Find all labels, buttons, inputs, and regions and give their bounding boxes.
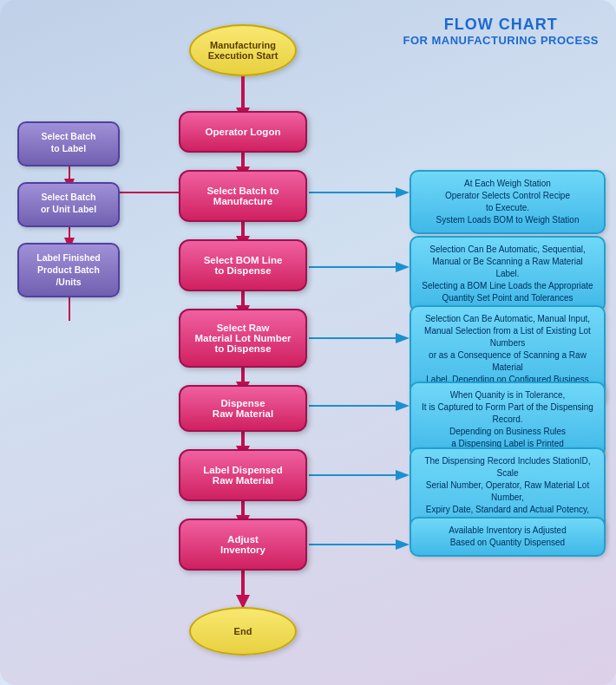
svg-marker-17 bbox=[396, 187, 410, 198]
select-batch-box: Select Batch toManufacture bbox=[179, 170, 307, 222]
main-container: FLOW CHART FOR MANUFACTURING PROCESS Man… bbox=[0, 0, 616, 685]
info-bom-box: Selection Can Be Automatic, Sequential,M… bbox=[410, 236, 606, 312]
operator-logon-box: Operator Logon bbox=[179, 111, 307, 153]
svg-marker-25 bbox=[396, 470, 410, 480]
end-oval: End bbox=[189, 607, 297, 656]
label-box: Label DispensedRaw Material bbox=[179, 449, 307, 501]
svg-marker-19 bbox=[396, 262, 410, 272]
select-bom-box: Select BOM Lineto Dispense bbox=[179, 239, 307, 291]
dispense-box: DispenseRaw Material bbox=[179, 385, 307, 432]
select-rm-box: Select RawMaterial Lot Numberto Dispense bbox=[179, 309, 307, 368]
svg-marker-21 bbox=[396, 333, 410, 343]
svg-marker-23 bbox=[396, 401, 410, 411]
left-select-unit-label: Select Batchor Unit Label bbox=[17, 182, 120, 227]
info-dispense-box: When Quanity is in Tolerance,It is Captu… bbox=[410, 382, 606, 458]
title-line1: FLOW CHART bbox=[403, 16, 599, 34]
adjust-box: AdjustInventory bbox=[179, 519, 307, 571]
info-adjust-box: Available Inventory is AdjustedBased on … bbox=[410, 517, 606, 557]
title-block: FLOW CHART FOR MANUFACTURING PROCESS bbox=[403, 16, 599, 47]
title-line2: FOR MANUFACTURING PROCESS bbox=[403, 34, 599, 47]
left-select-batch-label: Select Batchto Label bbox=[17, 121, 120, 166]
info-batch-box: At Each Weigh StationOperator Selects Co… bbox=[410, 170, 606, 234]
left-label-finished: Label FinishedProduct Batch/Units bbox=[17, 243, 120, 297]
start-oval: ManufacturingExecution Start bbox=[189, 24, 297, 76]
svg-marker-27 bbox=[396, 539, 410, 550]
